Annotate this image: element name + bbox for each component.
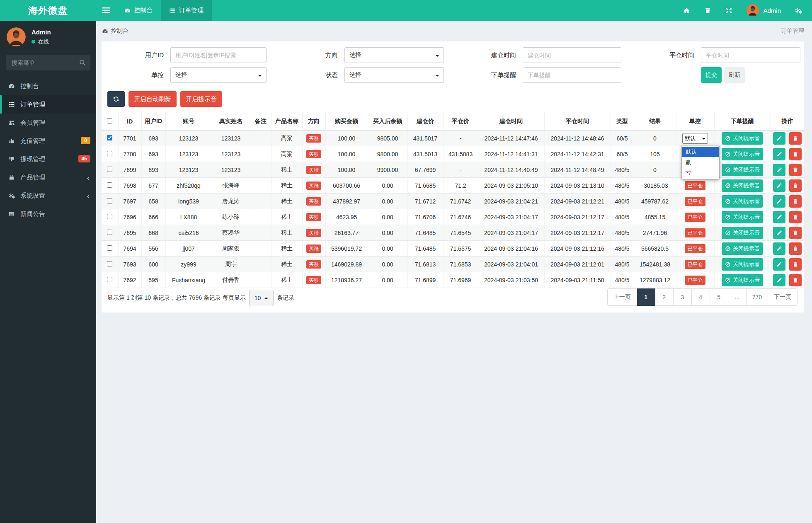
dropdown-option[interactable]: 默认 (682, 147, 719, 157)
mute-button[interactable]: 关闭提示音 (722, 164, 763, 176)
sidebar-item-settings[interactable]: 系统设置 ‹ (0, 186, 96, 205)
search-icon[interactable] (79, 59, 86, 66)
mute-button[interactable]: 关闭提示音 (722, 132, 763, 145)
online-dot-icon (32, 40, 35, 44)
sidebar-search-input[interactable] (6, 55, 90, 70)
status-select-value: 选择 (349, 71, 361, 79)
mute-button[interactable]: 关闭提示音 (722, 242, 763, 255)
cell-userid: 666 (141, 209, 165, 225)
page-button[interactable]: 1 (637, 288, 655, 306)
open-time-input[interactable] (523, 47, 621, 63)
dropdown-option[interactable]: 赢 (682, 157, 719, 167)
mute-button[interactable]: 关闭提示音 (722, 227, 763, 239)
main-content: 控制台 订单管理 用户ID 方向 选择 建仓时间 平仓时间 单控 (96, 21, 812, 523)
delete-button[interactable] (789, 179, 802, 192)
delete-button[interactable] (789, 258, 802, 271)
sidebar-item-products[interactable]: 产品管理 ‹ (0, 168, 96, 186)
fullscreen-icon[interactable] (725, 7, 732, 14)
mute-button[interactable]: 关闭提示音 (722, 211, 763, 223)
sound-button[interactable]: 开启提示音 (180, 91, 222, 107)
page-button[interactable]: 下一页 (768, 288, 797, 306)
order-notice-input[interactable] (523, 67, 621, 83)
cell-type: 480/5 (611, 272, 634, 288)
edit-button[interactable] (773, 164, 785, 176)
row-checkbox[interactable] (107, 151, 112, 156)
row-checkbox[interactable] (107, 214, 112, 219)
delete-button[interactable] (789, 148, 802, 160)
sidebar-item-dashboard[interactable]: 控制台 (0, 77, 96, 95)
row-checkbox[interactable] (107, 182, 112, 188)
edit-button[interactable] (773, 274, 785, 286)
mute-button[interactable]: 关闭提示音 (722, 258, 763, 271)
delete-button[interactable] (789, 274, 802, 286)
row-checkbox[interactable] (107, 135, 112, 140)
row-checkbox[interactable] (107, 230, 112, 235)
trash-icon[interactable] (704, 7, 711, 14)
reload-button[interactable] (107, 91, 125, 107)
edit-button[interactable] (773, 227, 785, 239)
close-time-input[interactable] (701, 47, 800, 63)
gears-icon[interactable] (795, 7, 802, 14)
delete-button[interactable] (789, 195, 802, 208)
page-button[interactable]: 3 (674, 288, 692, 306)
sidebar-item-members[interactable]: 会员管理 (0, 114, 96, 132)
row-checkbox[interactable] (107, 245, 112, 251)
per-page-select[interactable]: 10 (249, 290, 274, 306)
status-select[interactable]: 选择 (344, 67, 444, 83)
edit-button[interactable] (773, 195, 785, 208)
home-icon[interactable] (683, 7, 690, 14)
row-checkbox[interactable] (107, 198, 112, 203)
user-menu[interactable]: Admin (747, 4, 781, 17)
select-all-checkbox[interactable] (107, 118, 112, 123)
page-button[interactable]: 上一页 (607, 288, 637, 306)
per-page-value: 10 (255, 295, 261, 301)
edit-button[interactable] (773, 242, 785, 255)
edit-button[interactable] (773, 148, 785, 160)
refresh-button[interactable]: 刷新 (724, 67, 745, 83)
cell-actions (771, 241, 804, 257)
control-select[interactable]: 默认 (682, 133, 708, 144)
delete-button[interactable] (789, 227, 802, 239)
mute-button[interactable]: 关闭提示音 (722, 179, 763, 192)
sidebar-item-news[interactable]: 新闻公告 (0, 205, 96, 223)
sidebar-item-recharge[interactable]: 充值管理 0 (0, 132, 96, 150)
row-checkbox[interactable] (107, 167, 112, 172)
sidebar-item-orders[interactable]: 订单管理 (0, 95, 96, 114)
direction-badge: 买涨 (306, 166, 321, 174)
edit-button[interactable] (773, 132, 785, 145)
tab-order-management[interactable]: 订单管理 (161, 0, 212, 21)
mute-button[interactable]: 关闭提示音 (722, 274, 763, 286)
delete-button[interactable] (789, 164, 802, 176)
pencil-icon (776, 151, 782, 157)
row-checkbox[interactable] (107, 261, 112, 266)
delete-button[interactable] (789, 211, 802, 223)
page-button[interactable]: 770 (747, 288, 768, 306)
row-checkbox[interactable] (107, 277, 112, 282)
auto-refresh-button[interactable]: 开启自动刷新 (128, 91, 177, 107)
page-button[interactable]: 2 (655, 288, 674, 306)
cell-checkbox (102, 241, 118, 257)
brand-logo[interactable]: 海外微盘 (0, 0, 96, 21)
edit-button[interactable] (773, 211, 785, 223)
sidebar-toggle-button[interactable] (96, 0, 116, 21)
page-button[interactable]: 5 (710, 288, 728, 306)
control-filter-select[interactable]: 选择 (170, 67, 267, 83)
direction-select[interactable]: 选择 (344, 47, 444, 63)
page-button[interactable]: ... (728, 288, 747, 306)
sidebar-item-withdraw[interactable]: 提现管理 45 (0, 150, 96, 168)
dropdown-option[interactable]: 亏 (682, 167, 719, 178)
mute-button[interactable]: 关闭提示音 (722, 195, 763, 208)
page-button[interactable]: 4 (692, 288, 710, 306)
breadcrumb-location[interactable]: 控制台 (111, 27, 128, 35)
delete-button[interactable] (789, 132, 802, 145)
submit-button[interactable]: 提交 (701, 67, 722, 83)
control-cell: 已平仓 (676, 194, 714, 209)
delete-button[interactable] (789, 242, 802, 255)
edit-button[interactable] (773, 258, 785, 271)
mute-button[interactable]: 关闭提示音 (722, 148, 763, 160)
userid-search-input[interactable] (170, 47, 267, 63)
cell-close-price: 71.6746 (443, 209, 478, 225)
tab-dashboard[interactable]: 控制台 (116, 0, 161, 21)
edit-button[interactable] (773, 179, 785, 192)
cell-notice: 关闭提示音 (714, 241, 771, 257)
